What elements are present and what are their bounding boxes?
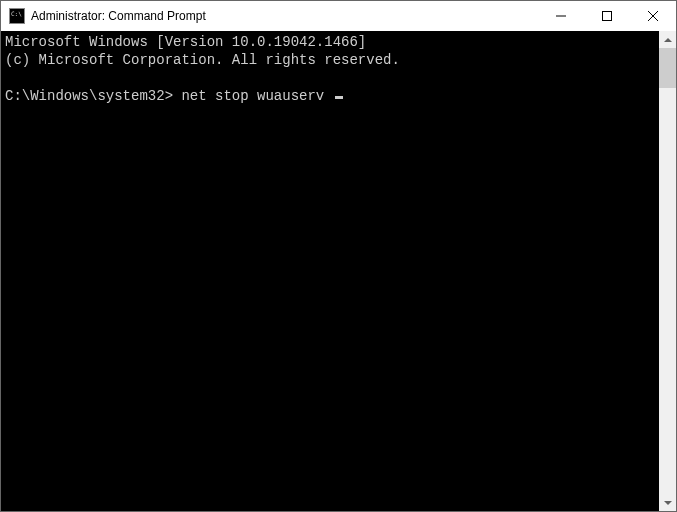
header-line-1: Microsoft Windows [Version 10.0.19042.14… xyxy=(5,34,366,50)
vertical-scrollbar[interactable] xyxy=(659,31,676,511)
close-button[interactable] xyxy=(630,1,676,31)
svg-rect-1 xyxy=(603,12,612,21)
prompt-text: C:\Windows\system32> xyxy=(5,88,173,104)
typed-command: net stop wuauserv xyxy=(181,88,324,104)
header-line-2: (c) Microsoft Corporation. All rights re… xyxy=(5,52,400,68)
app-icon xyxy=(9,8,25,24)
scrollbar-thumb[interactable] xyxy=(659,48,676,88)
minimize-button[interactable] xyxy=(538,1,584,31)
terminal-output[interactable]: Microsoft Windows [Version 10.0.19042.14… xyxy=(1,31,659,511)
svg-marker-5 xyxy=(664,501,672,505)
window-title: Administrator: Command Prompt xyxy=(31,9,206,23)
svg-marker-4 xyxy=(664,38,672,42)
titlebar[interactable]: Administrator: Command Prompt xyxy=(1,1,676,31)
window-controls xyxy=(538,1,676,31)
client-area: Microsoft Windows [Version 10.0.19042.14… xyxy=(1,31,676,511)
text-cursor xyxy=(335,96,343,99)
scrollbar-track[interactable] xyxy=(659,48,676,494)
maximize-button[interactable] xyxy=(584,1,630,31)
command-prompt-window: Administrator: Command Prompt Microsoft … xyxy=(0,0,677,512)
scroll-up-button[interactable] xyxy=(659,31,676,48)
scroll-down-button[interactable] xyxy=(659,494,676,511)
